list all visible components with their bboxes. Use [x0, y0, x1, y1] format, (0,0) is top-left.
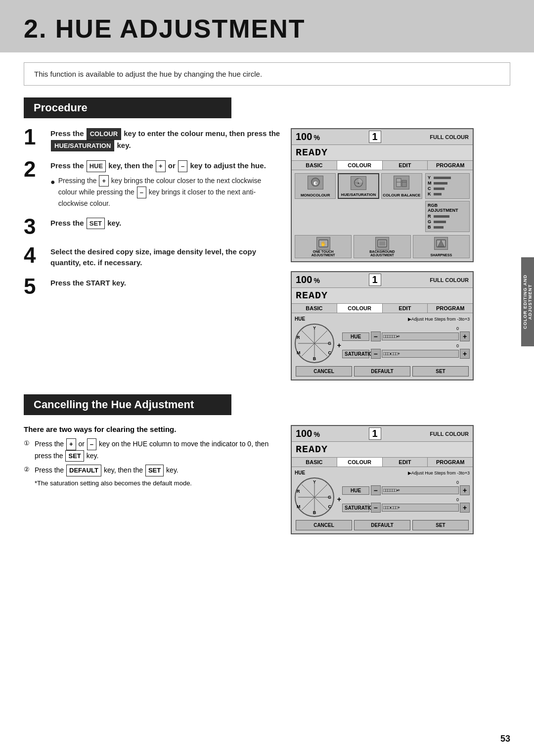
rgb-display: RGBADJUSTMENT R G B	[425, 201, 470, 232]
screen-1-ready: READY	[292, 145, 473, 161]
screen-1: 100 % 1 FULL COLOUR READY BASIC COLOUR E…	[291, 128, 474, 262]
tab-program-2[interactable]: PROGRAM	[428, 304, 473, 313]
screen-2-status: 100 % 1 FULL COLOUR	[292, 272, 473, 288]
tab-colour-1[interactable]: COLOUR	[337, 161, 383, 170]
tab-edit-2[interactable]: EDIT	[383, 304, 428, 313]
sat-bar-dots-3: □□□▪□□□+	[382, 505, 400, 510]
sat-plus-btn-3[interactable]: +	[460, 503, 470, 513]
hue-circle-3: Y G R M C B	[295, 477, 334, 517]
step-4-content: Select the desired copy size, image dens…	[50, 246, 281, 269]
hue-plus-btn-3[interactable]: +	[460, 485, 470, 495]
screen1-icons-area: ◐ MONOCOLOUR	[295, 173, 422, 232]
info-text: This function is available to adjust the…	[34, 70, 262, 78]
default-btn-3[interactable]: DEFAULT	[354, 520, 410, 530]
cancelling-section: Cancelling the Hue Adjustment There are …	[24, 394, 510, 543]
hue-minus-btn-3[interactable]: –	[371, 485, 381, 495]
screen-3-body: HUE ▶Adjust Hue Steps from -3to+3 Y G R	[292, 467, 473, 533]
hue-plus-btn[interactable]: +	[460, 331, 470, 341]
hue-bar-dots-3: □□□□□□▪+	[382, 488, 400, 493]
tab-basic-1[interactable]: BASIC	[292, 161, 337, 170]
tab-edit-3[interactable]: EDIT	[383, 458, 428, 467]
sat-bar: □□□▪□□□+	[382, 350, 459, 358]
tab-program-1[interactable]: PROGRAM	[428, 161, 473, 170]
plus-key-3: +	[66, 438, 76, 450]
color-editing-sidebar: COLOR EDITING AND ADJUSTMENT	[521, 257, 534, 346]
step-3: 3 Press the SET key.	[24, 218, 281, 237]
screen2-hue-label-row: HUE ▶Adjust Hue Steps from -3to+3	[295, 316, 470, 322]
screen-2-percent: 100 %	[296, 274, 320, 285]
set-key-3: SET	[145, 465, 164, 476]
screens-right: 100 % 1 FULL COLOUR READY BASIC COLOUR E…	[291, 128, 510, 389]
screen2-controls: 0 HUE – □□□□□□▪+ + 0	[342, 326, 470, 361]
hue-minus-btn[interactable]: –	[371, 331, 381, 341]
cancel-text-2: Press the DEFAULT key, then the SET key.	[35, 465, 281, 476]
hue-control-row-3: HUE – □□□□□□▪+ +	[342, 485, 470, 495]
screen-3: 100 % 1 FULL COLOUR READY BASIC COLOUR E…	[291, 425, 474, 534]
huesat-icon: +	[351, 176, 366, 190]
screen2-buttons: CANCEL DEFAULT SET	[295, 366, 470, 377]
tab-edit-1[interactable]: EDIT	[383, 161, 428, 170]
sat-bar-3: □□□▪□□□+	[382, 504, 459, 512]
set-key: SET	[87, 218, 105, 230]
screen-3-status: 100 % 1 FULL COLOUR	[292, 426, 473, 442]
sat-minus-btn-3[interactable]: –	[371, 503, 381, 513]
step-3-content: Press the SET key.	[50, 218, 281, 230]
tab-basic-2[interactable]: BASIC	[292, 304, 337, 313]
plus-key: +	[156, 160, 166, 172]
tab-colour-2[interactable]: COLOUR	[337, 304, 383, 313]
hue-bar-3: □□□□□□▪+	[382, 486, 459, 494]
minus-key-2: –	[137, 187, 146, 198]
screen-2-ready: READY	[292, 288, 473, 304]
set-btn[interactable]: SET	[412, 366, 469, 377]
hue-circle: Y G R M C B	[295, 324, 334, 363]
hue-circle-container-3: Y G R M C B	[295, 477, 334, 517]
screen-1-status: 100 % 1 FULL COLOUR	[292, 129, 473, 145]
icon-sharpness[interactable]: SHARPNESS	[413, 235, 470, 258]
sat-ctrl-label: SATURATION	[342, 350, 369, 358]
monocolour-icon: ◐	[308, 176, 323, 189]
plus-key-2: +	[99, 175, 109, 187]
screen3-controls: 0 HUE – □□□□□□▪+ + 0	[342, 480, 470, 515]
tab-program-3[interactable]: PROGRAM	[428, 458, 473, 467]
hue-bar: □□□□□□▪+	[382, 332, 459, 340]
screen-3-copy-num: 1	[369, 427, 381, 440]
cancel-btn[interactable]: CANCEL	[296, 366, 352, 377]
hue-circle-svg	[296, 325, 333, 362]
screen-3-full-colour: FULL COLOUR	[430, 431, 469, 437]
screen-1-percent: 100 %	[296, 131, 320, 142]
default-btn[interactable]: DEFAULT	[354, 366, 410, 377]
onetouch-icon: 🖐	[316, 237, 330, 250]
step-1-number: 1	[24, 126, 50, 148]
screen1-top-grid: ◐ MONOCOLOUR	[295, 173, 422, 199]
sat-plus-btn[interactable]: +	[460, 349, 470, 359]
cancelling-right: 100 % 1 FULL COLOUR READY BASIC COLOUR E…	[291, 425, 510, 543]
colour-key: COLOUR	[87, 128, 121, 140]
tab-colour-3[interactable]: COLOUR	[337, 458, 383, 467]
icon-monocolour[interactable]: ◐ MONOCOLOUR	[295, 173, 336, 199]
step-1: 1 Press the COLOUR key to enter the colo…	[24, 128, 281, 151]
hue-key: HUE	[87, 160, 106, 172]
screen-2-tabs: BASIC COLOUR EDIT PROGRAM	[292, 304, 473, 313]
screen-3-ready: READY	[292, 442, 473, 458]
set-btn-3[interactable]: SET	[412, 520, 469, 530]
sat-control-row: SATURATION – □□□▪□□□+ +	[342, 349, 470, 359]
background-icon	[375, 237, 389, 250]
screen3-main-area: Y G R M C B	[295, 477, 470, 517]
hue-adjust-text-3: ▶Adjust Hue Steps from -3to+3	[408, 471, 470, 475]
icon-onetouch[interactable]: 🖐 ONE TOUCHADJUSTMENT	[295, 235, 352, 258]
hue-label-3: HUE	[295, 470, 305, 475]
hue-ctrl-label-3: HUE	[342, 486, 369, 495]
tab-basic-3[interactable]: BASIC	[292, 458, 337, 467]
icon-background[interactable]: BACKGROUNDADJUSTMENT	[354, 235, 410, 258]
step-3-number: 3	[24, 216, 50, 237]
steps-left: 1 Press the COLOUR key to enter the colo…	[24, 128, 291, 389]
step-1-content: Press the COLOUR key to enter the colour…	[50, 128, 281, 151]
sat-minus-btn[interactable]: –	[371, 349, 381, 359]
icon-colbal[interactable]: COLOUR BALANCE	[381, 173, 422, 199]
svg-text:◐: ◐	[313, 181, 317, 186]
step-2-number: 2	[24, 158, 50, 180]
main-content: This function is available to adjust the…	[0, 62, 534, 543]
screen-2-copy-num: 1	[369, 274, 381, 286]
cancel-btn-3[interactable]: CANCEL	[296, 520, 352, 530]
icon-huesat[interactable]: + HUE/SATURATION	[338, 173, 379, 199]
